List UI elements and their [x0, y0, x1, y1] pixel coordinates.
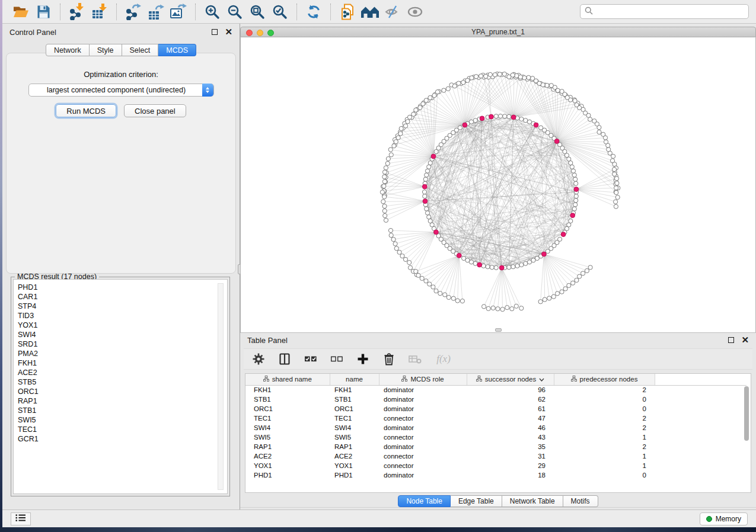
mcds-result-item[interactable]: RAP1 — [18, 396, 227, 406]
mcds-result-item[interactable]: SRD1 — [18, 339, 227, 349]
delete-row-icon[interactable] — [382, 352, 395, 366]
table-cell-filler — [655, 385, 747, 395]
mcds-result-item[interactable]: TID3 — [18, 311, 227, 321]
run-mcds-button[interactable]: Run MCDS — [56, 104, 116, 117]
close-panel-icon[interactable]: ✕ — [225, 29, 232, 35]
task-history-button[interactable] — [11, 512, 31, 525]
table-row[interactable]: ORC1ORC1dominator610 — [245, 404, 747, 414]
table-row[interactable]: PHD1PHD1dominator180 — [245, 470, 747, 480]
delete-column-icon — [409, 352, 422, 366]
mcds-result-item[interactable]: TEC1 — [18, 425, 227, 434]
network-canvas[interactable] — [240, 37, 756, 332]
tab-node-table[interactable]: Node Table — [398, 495, 451, 507]
close-panel-button[interactable]: Close panel — [124, 104, 186, 117]
column-header-successor_nodes[interactable]: successor nodes — [467, 374, 554, 385]
column-header-predecessor_nodes[interactable]: predecessor nodes — [554, 374, 655, 385]
add-row-icon[interactable] — [356, 352, 369, 366]
column-header-mcds_role[interactable]: MCDS role — [379, 374, 467, 385]
mcds-result-item[interactable]: STB1 — [18, 406, 227, 415]
mcds-result-item[interactable]: STB5 — [18, 377, 227, 387]
search-box[interactable] — [580, 4, 749, 19]
mcds-result-item[interactable]: SWI4 — [18, 330, 227, 339]
toolbar-separator — [60, 4, 60, 20]
table-cell-shared_name: SWI5 — [245, 432, 330, 442]
attribute-type-icon — [571, 376, 577, 383]
table-cell-filler — [655, 414, 747, 423]
open-file-icon[interactable] — [11, 3, 30, 21]
optimization-criterion-select[interactable]: largest connected component (undirected) — [28, 84, 214, 97]
table-cell-successor_nodes: 29 — [467, 461, 554, 470]
import-network-icon[interactable] — [68, 3, 87, 21]
mcds-result-item[interactable]: STP4 — [18, 302, 227, 311]
memory-button[interactable]: Memory — [700, 512, 748, 525]
table-row[interactable]: SWI4SWI4dominator462 — [245, 423, 747, 432]
mcds-result-item[interactable]: ORC1 — [18, 387, 227, 396]
export-table-icon[interactable] — [146, 3, 165, 21]
mcds-list-scrollbar[interactable] — [218, 283, 224, 490]
refresh-layout-icon[interactable] — [304, 3, 323, 21]
table-row[interactable]: FKH1FKH1dominator962 — [245, 385, 747, 395]
mcds-result-item[interactable]: ACE2 — [18, 368, 227, 377]
tab-select[interactable]: Select — [122, 44, 159, 56]
table-cell-successor_nodes: 31 — [467, 451, 554, 461]
tab-mcds[interactable]: MCDS — [158, 44, 196, 56]
duplicate-network-icon[interactable] — [338, 3, 357, 21]
control-panel: Control Panel ✕ NetworkStyleSelectMCDS O… — [2, 24, 240, 509]
table-cell-mcds_role: connector — [379, 414, 467, 423]
settings-gear-icon[interactable] — [252, 352, 265, 366]
application-window: Control Panel ✕ NetworkStyleSelectMCDS O… — [2, 0, 756, 527]
table-row[interactable]: RAP1RAP1dominator352 — [245, 442, 747, 451]
column-layout-icon[interactable] — [278, 352, 291, 366]
unselect-all-icon[interactable] — [330, 352, 343, 366]
column-header-shared_name[interactable]: shared name — [245, 374, 330, 385]
network-window-title: YPA_prune.txt_1 — [471, 28, 525, 36]
mcds-result-item[interactable]: PMA2 — [18, 349, 227, 358]
table-cell-shared_name: STB1 — [245, 395, 330, 404]
table-cell-predecessor_nodes: 1 — [554, 461, 655, 470]
tab-motifs[interactable]: Motifs — [563, 495, 598, 507]
column-header-name[interactable]: name — [330, 374, 379, 385]
table-cell-mcds_role: dominator — [379, 395, 467, 404]
mcds-result-item[interactable]: YOX1 — [18, 321, 227, 330]
select-all-icon[interactable] — [304, 352, 317, 366]
table-cell-mcds_role: dominator — [379, 423, 467, 432]
table-cell-shared_name: YOX1 — [245, 461, 330, 470]
splitter-handle[interactable] — [495, 328, 502, 332]
network-window-titlebar[interactable]: YPA_prune.txt_1 — [240, 27, 756, 37]
mcds-result-list[interactable]: PHD1CAR1STP4TID3YOX1SWI4SRD1PMA2FKH1ACE2… — [13, 279, 228, 494]
zoom-out-icon[interactable] — [225, 3, 244, 21]
export-network-icon[interactable] — [124, 3, 143, 21]
search-neighbors-icon[interactable] — [361, 3, 379, 21]
zoom-selected-icon[interactable] — [270, 3, 289, 21]
mcds-result-item[interactable]: GCR1 — [18, 434, 227, 444]
table-row[interactable]: STB1STB1dominator620 — [245, 395, 747, 404]
tab-network-table[interactable]: Network Table — [502, 495, 563, 507]
table-cell-shared_name: ORC1 — [245, 404, 330, 414]
mcds-result-item[interactable]: PHD1 — [18, 283, 227, 292]
zoom-in-icon[interactable] — [203, 3, 222, 21]
mcds-result-item[interactable]: FKH1 — [18, 358, 227, 368]
tab-network[interactable]: Network — [46, 44, 90, 56]
table-row[interactable]: YOX1YOX1connector291 — [245, 461, 747, 470]
import-table-icon[interactable] — [90, 3, 109, 21]
search-input[interactable] — [596, 8, 744, 16]
close-panel-icon[interactable]: ✕ — [741, 337, 749, 343]
mcds-result-item[interactable]: CAR1 — [18, 292, 227, 302]
table-row[interactable]: TEC1TEC1connector472 — [245, 414, 747, 423]
float-panel-icon[interactable] — [728, 337, 734, 343]
table-row[interactable]: ACE2ACE2connector311 — [245, 451, 747, 461]
save-session-icon[interactable] — [34, 3, 53, 21]
mcds-result-item[interactable]: SWI5 — [18, 415, 227, 425]
float-panel-icon[interactable] — [212, 29, 218, 35]
maximize-window-icon[interactable] — [267, 30, 274, 36]
export-image-icon[interactable] — [169, 3, 188, 21]
table-scrollbar[interactable] — [744, 386, 749, 441]
minimize-window-icon[interactable] — [257, 30, 263, 36]
zoom-fit-icon[interactable] — [248, 3, 267, 21]
table-row[interactable]: SWI5SWI5connector431 — [245, 432, 747, 442]
show-graphics-details-icon[interactable] — [406, 3, 425, 21]
tab-edge-table[interactable]: Edge Table — [451, 495, 502, 507]
close-window-icon[interactable] — [246, 30, 253, 36]
hide-graphics-details-icon[interactable] — [383, 3, 402, 21]
tab-style[interactable]: Style — [90, 44, 122, 56]
